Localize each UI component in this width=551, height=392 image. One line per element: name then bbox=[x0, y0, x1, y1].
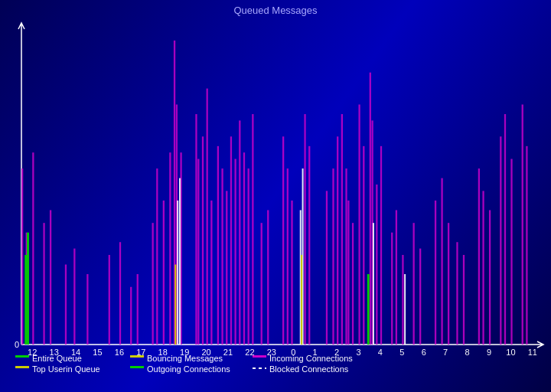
chart-canvas bbox=[0, 0, 551, 392]
chart-container bbox=[0, 0, 551, 392]
